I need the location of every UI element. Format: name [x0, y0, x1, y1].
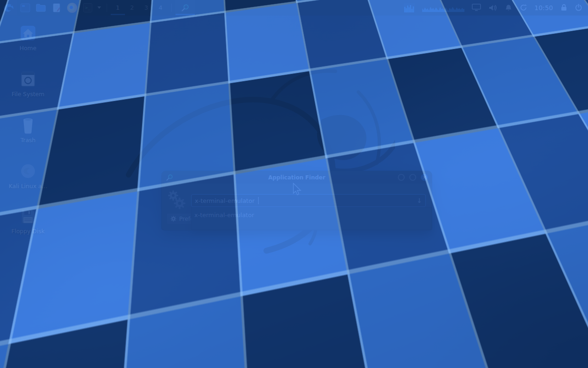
text-caret: [258, 197, 259, 204]
panel-left: >_ 1 2 3 4: [0, 0, 195, 15]
terminal-chevron-down-icon[interactable]: [96, 0, 103, 15]
notifications-bell-icon[interactable]: [505, 4, 512, 12]
desktop-icon-label: Floppy Disk: [11, 228, 45, 235]
launcher-text-editor-icon[interactable]: [49, 0, 64, 15]
minimize-button[interactable]: [398, 174, 405, 181]
launcher-file-manager-icon[interactable]: [33, 0, 49, 15]
task-application-finder-button[interactable]: [175, 0, 195, 15]
screen: >_ 1 2 3 4: [0, 0, 588, 368]
desktop-icon-label: Trash: [20, 137, 35, 144]
applications-menu-button[interactable]: [0, 0, 17, 15]
trash-icon: [20, 116, 36, 134]
network-graph[interactable]: [422, 4, 464, 12]
desktop-icon-home[interactable]: Home: [1, 24, 55, 52]
completion-popup: x-terminal-emulator: [191, 207, 432, 230]
workspace-1-button[interactable]: 1: [111, 0, 125, 15]
power-icon[interactable]: [575, 4, 582, 12]
workspace-3-button[interactable]: 3: [139, 0, 153, 15]
top-panel: >_ 1 2 3 4: [0, 0, 588, 15]
launcher-firefox-icon[interactable]: [64, 0, 80, 15]
desktop-icons: Home File System Trash Kali Linux a...: [1, 24, 55, 235]
workspace-3-label: 3: [144, 4, 148, 11]
panel-separator: [171, 4, 172, 12]
panel-separator: [107, 4, 107, 12]
mouse-cursor: [293, 183, 302, 196]
desktop-icon-label: File System: [11, 91, 45, 98]
kali-logo-icon: [3, 2, 15, 13]
workspace-2-button[interactable]: 2: [125, 0, 139, 15]
terminal-icon: >_: [83, 3, 92, 12]
desktop-icon-floppy-disk[interactable]: Floppy Disk: [1, 208, 55, 235]
maximize-button[interactable]: [409, 174, 416, 181]
workspace-2-label: 2: [130, 4, 134, 11]
updates-icon[interactable]: [520, 4, 527, 12]
app-finder-task-icon: [181, 4, 189, 12]
close-button[interactable]: ×: [421, 174, 428, 181]
workspace-4-button[interactable]: 4: [153, 0, 168, 15]
firefox-icon: [67, 3, 77, 13]
file-system-icon: [19, 70, 37, 88]
home-icon: [19, 24, 37, 42]
gear-icon: [170, 216, 176, 222]
desktop-icon-trash[interactable]: Trash: [1, 116, 55, 144]
display-icon[interactable]: [472, 4, 481, 12]
search-input[interactable]: x-terminal-emulator ↓: [191, 194, 426, 207]
window-title: Application Finder: [162, 174, 432, 181]
clock[interactable]: 10:50: [535, 4, 553, 12]
search-input-value: x-terminal-emulator: [195, 197, 254, 204]
workspace-1-label: 1: [116, 4, 119, 11]
panel-right: 10:50: [404, 0, 588, 15]
desktop-icon-label: Home: [20, 45, 37, 52]
gears-icon: [167, 189, 187, 210]
desktop-icon-kali-installer[interactable]: Kali Linux a...: [1, 162, 55, 190]
floppy-disk-icon: [19, 208, 37, 225]
launcher-window-icon[interactable]: [17, 0, 33, 15]
titlebar[interactable]: Application Finder ×: [162, 171, 432, 184]
app-finder-window-icon: [166, 174, 173, 181]
volume-icon[interactable]: [488, 4, 498, 12]
window-buttons: ×: [398, 174, 428, 181]
completion-item[interactable]: x-terminal-emulator: [192, 207, 431, 218]
chevron-down-icon: [97, 6, 101, 9]
dropdown-arrow-icon[interactable]: ↓: [417, 197, 422, 204]
desktop-icon-file-system[interactable]: File System: [1, 70, 55, 98]
workspace-4-label: 4: [158, 4, 162, 11]
desktop-icon-label: Kali Linux a...: [9, 183, 47, 190]
launcher-terminal-icon[interactable]: >_: [80, 0, 96, 15]
kali-installer-icon: [19, 162, 37, 180]
lock-icon[interactable]: [560, 4, 567, 12]
cpu-graph[interactable]: [404, 3, 415, 12]
terminal-glyph: >_: [85, 6, 90, 10]
application-finder-window: Application Finder ×: [162, 171, 432, 230]
